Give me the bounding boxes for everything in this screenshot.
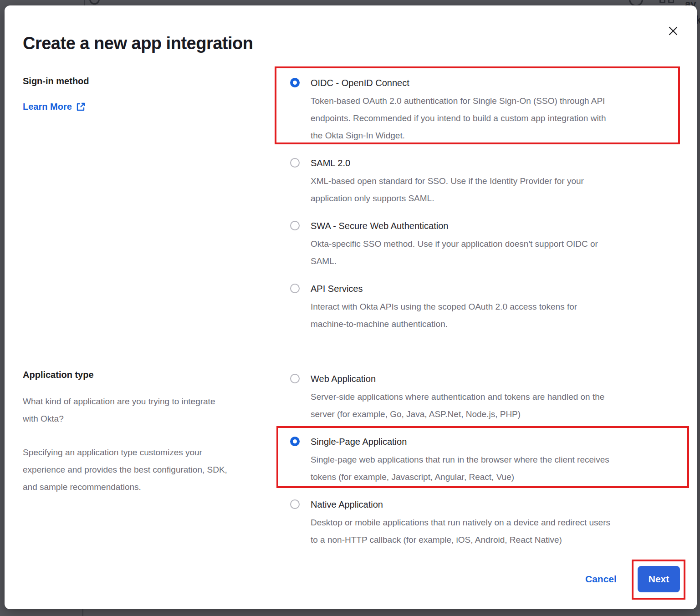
option-label: OIDC - OpenID Connect xyxy=(311,76,606,90)
application-type-explainer: Specifying an application type customize… xyxy=(23,444,278,496)
radio-selected-icon[interactable] xyxy=(290,437,300,446)
option-description: Interact with Okta APIs using the scoped… xyxy=(311,298,577,333)
radio-selected-icon[interactable] xyxy=(290,78,300,87)
option-description: Token-based OAuth 2.0 authentication for… xyxy=(311,92,606,144)
option-label: API Services xyxy=(311,282,577,295)
apps-grid-icon xyxy=(659,0,665,3)
option-label: Single-Page Application xyxy=(311,435,609,448)
option-label: SAML 2.0 xyxy=(311,156,584,170)
option-label: Native Application xyxy=(311,498,610,511)
option-description: Okta-specific SSO method. Use if your ap… xyxy=(311,235,598,270)
external-link-icon xyxy=(76,102,86,112)
radio-unselected-icon[interactable] xyxy=(290,284,300,293)
radio-option-api-services[interactable]: API Services Interact with Okta APIs usi… xyxy=(290,282,691,333)
close-button[interactable] xyxy=(666,24,680,38)
signin-method-heading: Sign-in method xyxy=(23,76,278,87)
radio-option-single-page-application[interactable]: Single-Page Application Single-page web … xyxy=(290,435,691,486)
option-description: Desktop or mobile applications that run … xyxy=(311,514,610,549)
learn-more-label: Learn More xyxy=(23,102,72,112)
dialog-title: Create a new app integration xyxy=(23,34,253,53)
radio-unselected-icon[interactable] xyxy=(290,499,300,509)
option-description: Single-page web applications that run in… xyxy=(311,451,609,486)
radio-unselected-icon[interactable] xyxy=(290,221,300,230)
learn-more-link[interactable]: Learn More xyxy=(23,102,86,112)
radio-option-web-application[interactable]: Web Application Server-side applications… xyxy=(290,372,691,423)
backdrop-sidebar-line xyxy=(84,0,85,5)
radio-option-swa[interactable]: SWA - Secure Web Authentication Okta-spe… xyxy=(290,219,691,270)
cancel-button[interactable]: Cancel xyxy=(585,574,617,585)
option-label: SWA - Secure Web Authentication xyxy=(311,219,598,233)
close-icon xyxy=(669,26,678,36)
backdrop-sidebar-line xyxy=(82,609,83,616)
next-button[interactable]: Next xyxy=(638,566,680,592)
application-type-section: Application type What kind of applicatio… xyxy=(23,370,278,496)
signin-method-options: OIDC - OpenID Connect Token-based OAuth … xyxy=(290,76,691,345)
application-type-heading: Application type xyxy=(23,370,278,380)
radio-unselected-icon[interactable] xyxy=(290,374,300,383)
option-label: Web Application xyxy=(311,372,604,386)
create-app-integration-dialog: Create a new app integration Sign-in met… xyxy=(5,5,697,609)
radio-option-oidc[interactable]: OIDC - OpenID Connect Token-based OAuth … xyxy=(290,76,691,144)
application-type-question: What kind of application are you trying … xyxy=(23,393,278,428)
signin-method-section: Sign-in method Learn More xyxy=(23,76,278,112)
option-description: XML-based open standard for SSO. Use if … xyxy=(311,173,584,207)
option-description: Server-side applications where authentic… xyxy=(311,388,604,423)
apps-grid-icon xyxy=(668,0,674,3)
radio-option-saml[interactable]: SAML 2.0 XML-based open standard for SSO… xyxy=(290,156,691,207)
search-icon xyxy=(89,0,100,5)
radio-unselected-icon[interactable] xyxy=(290,158,300,168)
application-type-options: Web Application Server-side applications… xyxy=(290,372,691,560)
radio-option-native-application[interactable]: Native Application Desktop or mobile app… xyxy=(290,498,691,549)
section-divider xyxy=(23,349,683,349)
